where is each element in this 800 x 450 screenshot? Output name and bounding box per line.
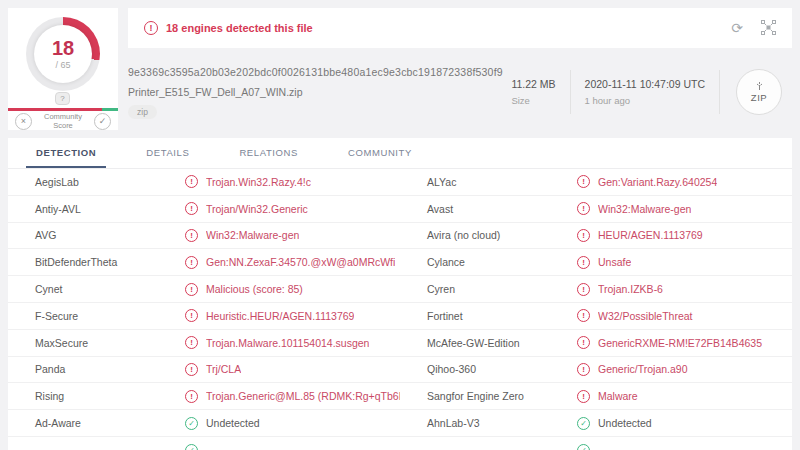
tab-community[interactable]: COMMUNITY [338, 138, 422, 168]
alert-circle-icon: ! [185, 202, 198, 215]
table-row: Rising!Trojan.Generic@ML.85 (RDMK:Rg+qTb… [8, 383, 400, 410]
detection-result: !HEUR/AGEN.1113769 [577, 229, 703, 242]
engine-name: BitDefenderTheta [35, 256, 185, 268]
table-row: Cyren!Trojan.IZKB-6 [400, 276, 792, 303]
result-text: Trj/CLA [206, 363, 241, 375]
detection-result: !Malicious (score: 85) [185, 283, 303, 296]
result-text: Undetected [206, 417, 260, 429]
similarity-graph-icon[interactable] [761, 20, 776, 37]
result-text: Gen:Variant.Razy.640254 [598, 176, 717, 188]
alert-circle-icon: ! [185, 256, 198, 269]
detection-result: !Trojan/Win32.Generic [185, 202, 308, 215]
alert-circle-icon: ! [577, 202, 590, 215]
table-row: Cylance!Unsafe [400, 249, 792, 276]
alert-circle-icon: ! [185, 390, 198, 403]
divider [719, 70, 720, 114]
detection-column-right: ALYac!Gen:Variant.Razy.640254Avast!Win32… [400, 169, 792, 450]
result-text: Trojan.IZKB-6 [598, 283, 663, 295]
scan-date-label: 1 hour ago [585, 95, 705, 106]
engine-name: Avira (no cloud) [427, 229, 577, 241]
zip-format-badge: ZIP [736, 69, 782, 115]
alert-circle-icon: ! [185, 229, 198, 242]
score-card: 18 / 65 ? × Community Score ✓ [8, 8, 118, 130]
scan-date-value: 2020-11-11 10:47:09 UTC [585, 78, 705, 90]
pen-sparks-icon [754, 81, 765, 91]
partial-table-row: ✓ [400, 437, 792, 450]
engine-name: ALYac [427, 176, 577, 188]
engine-name: AVG [35, 229, 185, 241]
engine-name: Cyren [427, 283, 577, 295]
alert-circle-icon: ! [577, 175, 590, 188]
result-text: Trojan.Generic@ML.85 (RDMK:Rg+qTb6L… [206, 390, 400, 402]
community-score-label-line1: Community [44, 112, 82, 121]
engine-name: Cynet [35, 283, 185, 295]
engine-name: F-Secure [35, 310, 185, 322]
detection-result: ✓Undetected [185, 417, 260, 430]
detection-result: !Gen:Variant.Razy.640254 [577, 175, 717, 188]
help-icon[interactable]: ? [55, 92, 70, 105]
file-size-label: Size [511, 95, 555, 106]
alert-circle-icon: ! [144, 21, 158, 35]
community-vote-bar [8, 108, 118, 111]
tab-details[interactable]: DETAILS [136, 138, 199, 168]
detection-result: !Trojan.Win32.Razy.4!c [185, 175, 311, 188]
detection-result: !Trojan.Generic@ML.85 (RDMK:Rg+qTb6L… [185, 390, 400, 403]
engine-name: AegisLab [35, 176, 185, 188]
check-circle-icon: ✓ [185, 444, 198, 450]
community-score-label: Community Score [44, 112, 82, 130]
result-text: Heuristic.HEUR/AGEN.1113769 [206, 310, 354, 322]
result-text: Win32:Malware-gen [598, 203, 691, 215]
detection-result: !Trojan.Malware.101154014.susgen [185, 336, 369, 349]
check-circle-icon: ✓ [185, 417, 198, 430]
engine-name: Antiy-AVL [35, 203, 185, 215]
result-text: GenericRXME-RM!E72FB14B4635 [598, 337, 762, 349]
detection-result: ✓Undetected [577, 417, 652, 430]
detection-result: !Heuristic.HEUR/AGEN.1113769 [185, 309, 354, 322]
alert-circle-icon: ! [577, 229, 590, 242]
table-row: BitDefenderTheta!Gen:NN.ZexaF.34570.@xW@… [8, 249, 400, 276]
detection-ratio-donut: 18 / 65 [26, 17, 100, 91]
tab-detection[interactable]: DETECTION [26, 138, 106, 168]
table-row: AhnLab-V3✓Undetected [400, 410, 792, 437]
table-row: Avira (no cloud)!HEUR/AGEN.1113769 [400, 223, 792, 250]
reanalyze-icon[interactable]: ⟳ [731, 21, 743, 35]
detection-result: !Trj/CLA [185, 363, 241, 376]
detection-score: 18 [52, 38, 74, 58]
result-text: W32/PossibleThreat [598, 310, 693, 322]
alert-circle-icon: ! [577, 363, 590, 376]
detection-result: !Malware [577, 390, 638, 403]
result-text: Gen:NN.ZexaF.34570.@xW@a0MRcWfi [206, 256, 395, 268]
result-text: Malware [598, 390, 638, 402]
partial-table-row: ✓ [8, 437, 400, 450]
table-row: Antiy-AVL!Trojan/Win32.Generic [8, 196, 400, 223]
table-row: ALYac!Gen:Variant.Razy.640254 [400, 169, 792, 196]
engine-name: Sangfor Engine Zero [427, 390, 577, 402]
engine-name: Panda [35, 363, 185, 375]
table-row: MaxSecure!Trojan.Malware.101154014.susge… [8, 330, 400, 357]
upvote-icon[interactable]: ✓ [94, 113, 111, 130]
detection-result: !GenericRXME-RM!E72FB14B4635 [577, 336, 762, 349]
engine-name: McAfee-GW-Edition [427, 337, 577, 349]
detection-total: / 65 [55, 60, 70, 70]
downvote-icon[interactable]: × [15, 113, 32, 130]
zip-badge-label: ZIP [751, 92, 767, 103]
table-row: Avast!Win32:Malware-gen [400, 196, 792, 223]
alert-circle-icon: ! [185, 336, 198, 349]
table-row: Cynet!Malicious (score: 85) [8, 276, 400, 303]
result-text: Trojan/Win32.Generic [206, 203, 308, 215]
table-row: AVG!Win32:Malware-gen [8, 223, 400, 250]
engine-name: AhnLab-V3 [427, 417, 577, 429]
result-text: Unsafe [598, 256, 631, 268]
engine-name: Avast [427, 203, 577, 215]
table-row: AegisLab!Trojan.Win32.Razy.4!c [8, 169, 400, 196]
detection-result: !W32/PossibleThreat [577, 309, 693, 322]
alert-circle-icon: ! [185, 309, 198, 322]
detection-result: !Unsafe [577, 256, 631, 269]
detection-result: !Trojan.IZKB-6 [577, 283, 663, 296]
detection-result: ✓ [185, 444, 206, 450]
result-text: Malicious (score: 85) [206, 283, 303, 295]
alert-bar: ! 18 engines detected this file ⟳ [128, 8, 792, 48]
tab-relations[interactable]: RELATIONS [229, 138, 308, 168]
engine-name: Ad-Aware [35, 417, 185, 429]
engine-name: Fortinet [427, 310, 577, 322]
